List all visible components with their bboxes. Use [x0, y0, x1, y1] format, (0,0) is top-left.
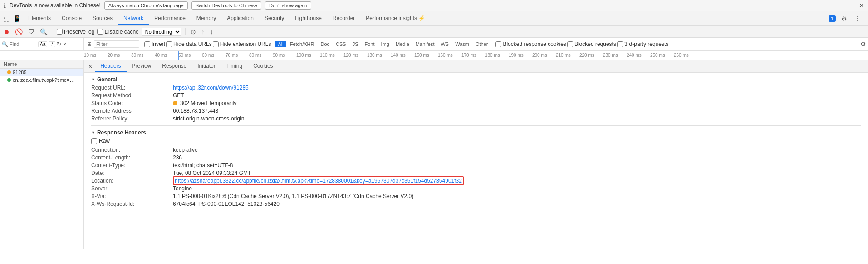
filter-type-ws[interactable]: WS — [438, 41, 451, 47]
referrer-policy-label: Referrer Policy: — [91, 115, 173, 122]
request-item-91285[interactable]: 91285 — [0, 69, 83, 76]
tab-lighthouse[interactable]: Lighthouse — [289, 12, 327, 25]
filter-type-media[interactable]: Media — [393, 41, 412, 47]
filter-type-js[interactable]: JS — [350, 41, 361, 47]
invert-checkbox[interactable] — [144, 41, 150, 47]
tab-response[interactable]: Response — [157, 61, 192, 72]
tick-140ms: 140 ms — [391, 53, 406, 58]
request-item-cn-izdax[interactable]: cn.izdax.film.tv.apk?time=1728380001&key… — [0, 76, 83, 84]
filter-icon-button[interactable]: ⊞ — [86, 40, 93, 48]
filter-type-other[interactable]: Other — [473, 41, 491, 47]
location-highlight[interactable]: https://azshareappr.3322.cc/appfile/cn.i… — [173, 176, 464, 185]
raw-checkbox[interactable] — [91, 138, 97, 144]
raw-label[interactable]: Raw — [99, 138, 110, 144]
inspect-element-icon[interactable]: ⬚ — [2, 14, 11, 23]
blocked-requests-label[interactable]: Blocked requests — [567, 41, 616, 47]
filter-type-all[interactable]: All — [275, 41, 286, 47]
filter-type-fetch[interactable]: Fetch/XHR — [287, 41, 317, 47]
blocked-cookies-label[interactable]: Blocked response cookies — [495, 41, 566, 47]
tick-90ms: 90 ms — [273, 53, 285, 58]
wifi-icon[interactable]: ⊙ — [189, 27, 197, 36]
banner-close-button[interactable]: ✕ — [859, 2, 864, 9]
tick-250ms: 250 ms — [650, 53, 665, 58]
request-name-cn-izdax: cn.izdax.film.tv.apk?time=1728380001&key… — [13, 77, 76, 83]
tab-initiator[interactable]: Initiator — [192, 61, 221, 72]
filter-toggle-button[interactable]: ⛉ — [27, 27, 36, 36]
disable-cache-label[interactable]: Disable cache — [97, 29, 138, 35]
filter-settings-icon[interactable]: ⚙ — [860, 40, 866, 48]
invert-label[interactable]: Invert — [144, 41, 165, 47]
search-button[interactable]: 🔍 — [39, 27, 49, 36]
tab-application[interactable]: Application — [221, 12, 259, 25]
tab-memory[interactable]: Memory — [191, 12, 221, 25]
tick-170ms: 170 ms — [461, 53, 476, 58]
throttle-select[interactable]: No throttling — [142, 28, 181, 36]
status-dot-200 — [7, 78, 11, 82]
regex-button[interactable]: .* — [49, 41, 55, 47]
details-close-button[interactable]: × — [86, 62, 95, 71]
top-banner: ℹ DevTools is now available in Chinese! … — [0, 0, 868, 11]
tab-security[interactable]: Security — [259, 12, 289, 25]
third-party-checkbox[interactable] — [617, 41, 623, 47]
filter-input[interactable] — [94, 40, 139, 48]
referrer-policy-row: Referrer Policy: strict-origin-when-cros… — [91, 115, 861, 122]
preserve-log-label[interactable]: Preserve log — [57, 29, 94, 35]
third-party-label[interactable]: 3rd-party requests — [617, 41, 668, 47]
match-case-button[interactable]: Aa — [38, 41, 47, 47]
settings-icon[interactable]: ⚙ — [839, 14, 849, 23]
tick-100ms: 100 ms — [296, 53, 311, 58]
import-icon[interactable]: ↑ — [200, 27, 206, 36]
export-icon[interactable]: ↓ — [209, 27, 215, 36]
filter-type-font[interactable]: Font — [362, 41, 378, 47]
tab-recorder[interactable]: Recorder — [327, 12, 360, 25]
clear-find-button[interactable]: ✕ — [63, 41, 67, 47]
device-toggle-icon[interactable]: 📱 — [11, 14, 23, 23]
status-text: 302 Moved Temporarily — [180, 100, 237, 106]
filter-type-img[interactable]: Img — [378, 41, 392, 47]
badge-button[interactable]: 1 — [829, 15, 836, 22]
blocked-cookies-checkbox[interactable] — [495, 41, 501, 47]
find-input[interactable] — [10, 41, 37, 47]
content-length-value: 236 — [173, 154, 182, 161]
hide-extension-checkbox[interactable] — [213, 41, 219, 47]
request-url-value[interactable]: https://api.32r.com/down/91285 — [173, 85, 249, 91]
hide-data-urls-label[interactable]: Hide data URLs — [166, 41, 212, 47]
refresh-find-button[interactable]: ↻ — [57, 41, 61, 47]
tab-timing[interactable]: Timing — [221, 61, 248, 72]
tab-network[interactable]: Network — [118, 12, 149, 25]
filter-type-doc[interactable]: Doc — [318, 41, 333, 47]
tab-performance-insights[interactable]: Performance insights ⚡ — [360, 12, 431, 25]
tab-elements[interactable]: Elements — [23, 12, 56, 25]
devtools-tabs-bar: ⬚ 📱 Elements Console Sources Network Per… — [0, 11, 868, 26]
filter-type-css[interactable]: CSS — [333, 41, 349, 47]
clear-button[interactable]: 🚫 — [14, 27, 24, 36]
blocked-requests-checkbox[interactable] — [567, 41, 573, 47]
status-dot-302 — [7, 70, 11, 74]
disable-cache-checkbox[interactable] — [97, 29, 103, 35]
filter-type-manifest[interactable]: Manifest — [413, 41, 437, 47]
hide-data-urls-checkbox[interactable] — [166, 41, 172, 47]
tab-performance[interactable]: Performance — [149, 12, 191, 25]
server-label: Server: — [91, 185, 173, 192]
tick-190ms: 190 ms — [509, 53, 524, 58]
tick-150ms: 150 ms — [414, 53, 429, 58]
tab-headers[interactable]: Headers — [95, 61, 126, 72]
tick-260ms: 260 ms — [674, 53, 689, 58]
switch-language-button[interactable]: Switch DevTools to Chinese — [191, 1, 261, 10]
tick-40ms: 40 ms — [155, 53, 167, 58]
tab-cookies[interactable]: Cookies — [248, 61, 278, 72]
hide-extension-label[interactable]: Hide extension URLs — [213, 41, 271, 47]
tab-preview[interactable]: Preview — [127, 61, 157, 72]
tab-sources[interactable]: Sources — [87, 12, 118, 25]
filter-type-wasm[interactable]: Wasm — [452, 41, 472, 47]
dont-show-again-button[interactable]: Don't show again — [265, 1, 311, 10]
filter-divider — [142, 40, 142, 48]
preserve-log-checkbox[interactable] — [57, 29, 63, 35]
record-button[interactable]: ⏺ — [2, 27, 11, 36]
x-ws-request-id-label: X-Ws-Request-Id: — [91, 201, 173, 207]
tick-180ms: 180 ms — [485, 53, 500, 58]
filter-find-row: 🔍 Aa .* ↻ ✕ ⊞ Invert Hide data URLs Hide… — [0, 38, 868, 51]
more-options-icon[interactable]: ⋮ — [853, 14, 863, 23]
tab-console[interactable]: Console — [56, 12, 87, 25]
always-match-language-button[interactable]: Always match Chrome's language — [104, 1, 188, 10]
